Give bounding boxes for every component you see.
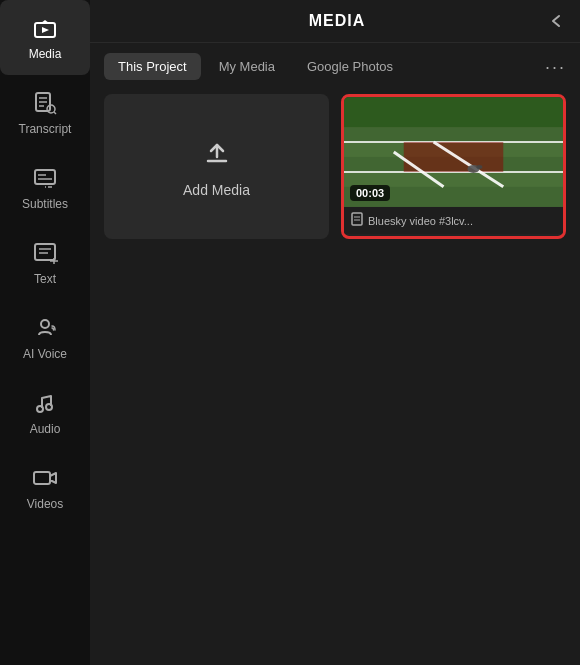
video-filename: Bluesky video #3lcv... — [368, 215, 473, 227]
subtitles-icon — [31, 164, 59, 192]
upload-icon — [200, 135, 234, 172]
video-info: Bluesky video #3lcv... — [344, 207, 563, 234]
svg-rect-28 — [404, 142, 504, 172]
video-file-icon — [351, 212, 363, 229]
svg-point-19 — [46, 404, 52, 410]
sidebar-item-ai-voice[interactable]: AI Voice — [0, 300, 90, 375]
tab-google-photos[interactable]: Google Photos — [293, 53, 407, 80]
audio-icon — [31, 389, 59, 417]
videos-icon — [31, 464, 59, 492]
sidebar-item-audio[interactable]: Audio — [0, 375, 90, 450]
svg-point-17 — [41, 320, 49, 328]
sidebar-item-subtitles[interactable]: Subtitles — [0, 150, 90, 225]
video-card[interactable]: 00:03 Bluesky video #3lcv... — [341, 94, 566, 239]
sidebar-label-ai-voice: AI Voice — [23, 347, 67, 361]
media-grid: Add Media — [90, 80, 580, 665]
svg-point-32 — [476, 165, 482, 169]
video-duration: 00:03 — [350, 185, 390, 201]
svg-line-6 — [54, 112, 56, 114]
header: MEDIA — [90, 0, 580, 43]
sidebar-label-audio: Audio — [30, 422, 61, 436]
svg-rect-34 — [352, 213, 362, 225]
media-icon — [31, 14, 59, 42]
tabs-row: This Project My Media Google Photos ··· — [90, 43, 580, 80]
header-title: MEDIA — [126, 12, 548, 30]
tabs-more-button[interactable]: ··· — [545, 58, 566, 76]
tab-my-media[interactable]: My Media — [205, 53, 289, 80]
sidebar-label-subtitles: Subtitles — [22, 197, 68, 211]
sidebar: Media Transcript Subtitles — [0, 0, 90, 665]
sidebar-item-media[interactable]: Media — [0, 0, 90, 75]
svg-rect-20 — [34, 472, 50, 484]
tab-this-project[interactable]: This Project — [104, 53, 201, 80]
svg-rect-23 — [344, 127, 563, 142]
sidebar-label-text: Text — [34, 272, 56, 286]
sidebar-label-videos: Videos — [27, 497, 63, 511]
sidebar-item-text[interactable]: Text — [0, 225, 90, 300]
video-thumbnail: 00:03 — [344, 97, 563, 207]
sidebar-label-media: Media — [29, 47, 62, 61]
sidebar-item-videos[interactable]: Videos — [0, 450, 90, 525]
transcript-icon — [31, 89, 59, 117]
sidebar-item-transcript[interactable]: Transcript — [0, 75, 90, 150]
collapse-button[interactable] — [548, 13, 564, 29]
text-icon — [31, 239, 59, 267]
svg-point-18 — [37, 406, 43, 412]
add-media-label: Add Media — [183, 182, 250, 198]
svg-rect-7 — [35, 170, 55, 184]
ai-voice-icon — [31, 314, 59, 342]
sidebar-label-transcript: Transcript — [19, 122, 72, 136]
add-media-card[interactable]: Add Media — [104, 94, 329, 239]
svg-rect-33 — [344, 97, 563, 127]
main-content: MEDIA This Project My Media Google Photo… — [90, 0, 580, 665]
svg-rect-12 — [35, 244, 55, 260]
